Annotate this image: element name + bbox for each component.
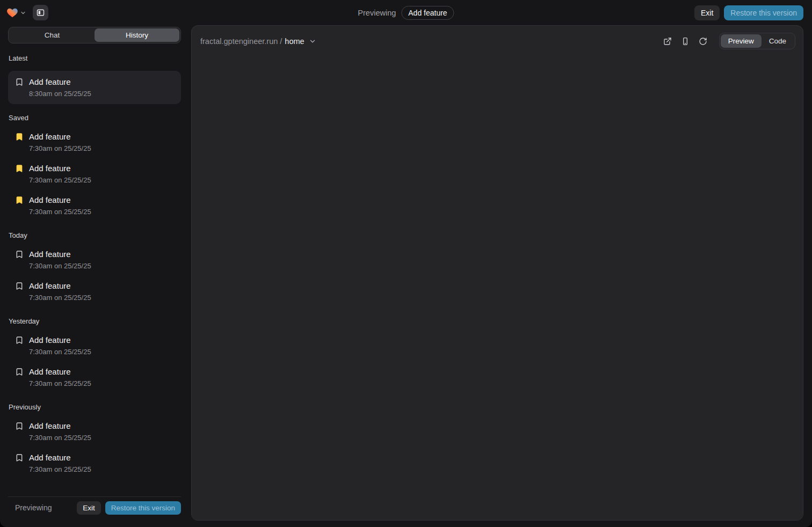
history-item-time: 7:30am on 25/25/25 [29,294,91,302]
history-item-time: 7:30am on 25/25/25 [29,144,91,153]
version-badge: Add feature [401,6,454,20]
bookmark-icon [15,78,24,86]
bookmark-filled-icon [15,133,24,141]
history-item-title: Add feature [29,131,91,142]
lovable-heart-icon [6,7,18,19]
history-item[interactable]: Add feature 7:30am on 25/25/25 [8,249,181,270]
tab-chat[interactable]: Chat [10,28,95,42]
history-item-title: Add feature [29,195,91,205]
mobile-icon [681,37,690,46]
section-label: Today [8,231,181,239]
chevron-down-icon [20,10,26,16]
history-section-latest: Latest Add feature 8:30am on 25/25/25 [8,54,181,104]
history-item[interactable]: Add feature 7:30am on 25/25/25 [8,335,181,356]
history-item-time: 7:30am on 25/25/25 [29,348,91,356]
tab-preview[interactable]: Preview [721,34,762,48]
history-item-title: Add feature [29,77,91,87]
history-item-time: 7:30am on 25/25/25 [29,208,91,216]
history-list[interactable]: Latest Add feature 8:30am on 25/25/25 Sa… [8,43,181,496]
open-in-new-tab-button[interactable] [661,34,675,48]
tab-code[interactable]: Code [762,34,794,48]
preview-panel: fractal.gptengineer.run / home Preview C… [191,25,803,521]
history-item-time: 8:30am on 25/25/25 [29,90,91,98]
history-item[interactable]: Add feature 7:30am on 25/25/25 [8,281,181,302]
history-item-title: Add feature [29,421,91,431]
history-item[interactable]: Add feature 7:30am on 25/25/25 [8,367,181,388]
history-item-title: Add feature [29,163,91,173]
history-item-time: 7:30am on 25/25/25 [29,176,91,185]
url-prefix: fractal.gptengineer.run / [200,37,282,46]
section-label: Yesterday [8,317,181,325]
history-item[interactable]: Add feature 7:30am on 25/25/25 [8,452,181,474]
history-item-title: Add feature [29,281,91,291]
tab-history[interactable]: History [95,28,179,42]
bookmark-icon [15,282,24,290]
previewing-status-label: Previewing [15,503,73,512]
bookmark-icon [15,250,24,259]
section-label: Saved [8,114,181,122]
history-item-title: Add feature [29,335,91,345]
topbar-actions: Exit Restore this version [694,0,803,25]
history-item-title: Add feature [29,367,91,377]
app-logo-menu[interactable] [6,7,26,19]
bookmark-filled-icon [15,164,24,173]
history-section-yesterday: Yesterday Add feature 7:30am on 25/25/25… [8,317,181,388]
previewing-label: Previewing [358,9,396,17]
topbar-left [6,0,48,25]
bookmark-icon [15,422,24,430]
preview-header: fractal.gptengineer.run / home Preview C… [192,26,803,56]
history-item[interactable]: Add feature 7:30am on 25/25/25 [8,131,181,153]
history-sidebar: Chat History Latest Add feature 8:30am o… [8,27,181,518]
view-mode-tabs: Preview Code [719,33,795,49]
history-item[interactable]: Add feature 7:30am on 25/25/25 [8,163,181,185]
history-section-previously: Previously Add feature 7:30am on 25/25/2… [8,403,181,474]
section-label: Previously [8,403,181,411]
url-current-page: home [285,37,304,46]
restore-version-button[interactable]: Restore this version [724,5,803,20]
external-link-icon [663,37,672,46]
exit-button[interactable]: Exit [694,5,720,20]
history-section-today: Today Add feature 7:30am on 25/25/25 Add… [8,231,181,302]
chevron-down-icon [309,38,316,45]
mobile-view-button[interactable] [678,34,692,48]
history-item-time: 7:30am on 25/25/25 [29,262,91,270]
sidebar-footer: Previewing Exit Restore this version [8,496,181,518]
section-label: Latest [8,54,181,62]
history-item-selected[interactable]: Add feature 8:30am on 25/25/25 [8,71,181,104]
sidebar-tabs: Chat History [8,27,181,43]
exit-button-footer[interactable]: Exit [77,501,101,515]
panel-left-icon [36,8,45,17]
preview-viewport[interactable] [192,54,803,520]
history-section-saved: Saved Add feature 7:30am on 25/25/25 Add… [8,114,181,216]
history-item-title: Add feature [29,249,91,259]
bookmark-filled-icon [15,196,24,204]
history-item[interactable]: Add feature 7:30am on 25/25/25 [8,421,181,442]
previewing-banner: Previewing Add feature [358,0,454,25]
history-item-time: 7:30am on 25/25/25 [29,465,91,474]
history-item-time: 7:30am on 25/25/25 [29,379,91,388]
refresh-button[interactable] [696,34,710,48]
refresh-icon [699,37,707,46]
topbar: Previewing Add feature Exit Restore this… [0,0,812,25]
app-window: Previewing Add feature Exit Restore this… [0,0,812,527]
url-selector[interactable]: fractal.gptengineer.run / home [200,37,316,46]
restore-version-button-footer[interactable]: Restore this version [105,501,181,515]
history-item-time: 7:30am on 25/25/25 [29,434,91,442]
bookmark-icon [15,368,24,376]
history-item[interactable]: Add feature 7:30am on 25/25/25 [8,195,181,216]
preview-actions: Preview Code [661,33,795,49]
bookmark-icon [15,336,24,345]
bookmark-icon [15,453,24,462]
history-item-title: Add feature [29,452,91,463]
sidebar-toggle-button[interactable] [33,5,48,20]
